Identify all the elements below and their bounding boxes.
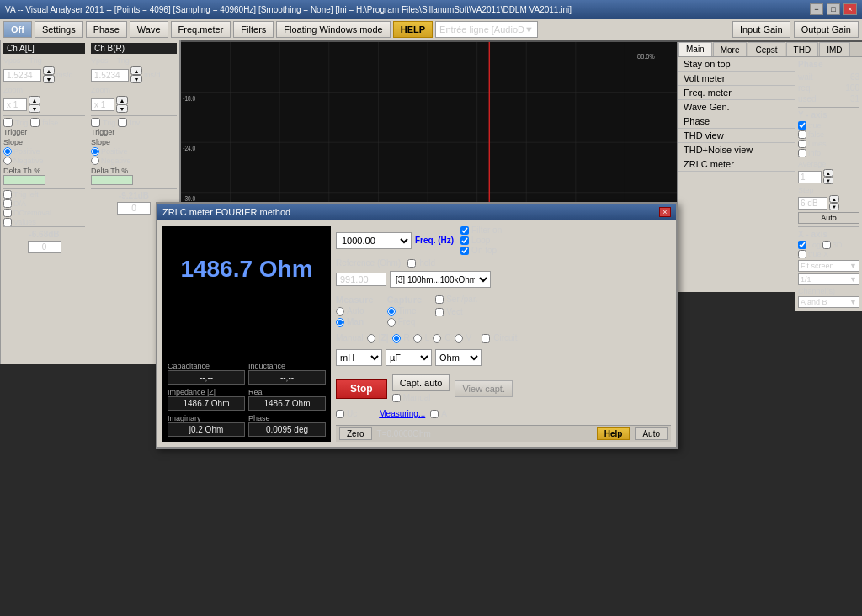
ser-par-check[interactable]: [435, 295, 444, 304]
tab-imd[interactable]: IMD: [819, 42, 849, 56]
ch-a-delay-input[interactable]: 1.5234: [3, 69, 41, 82]
capt-auto-button[interactable]: Capt. auto: [392, 374, 450, 391]
ch-a-inv-check[interactable]: [30, 118, 40, 127]
manual-r-radio[interactable]: [392, 334, 401, 343]
loop-check[interactable]: [460, 236, 469, 245]
impedance-value[interactable]: 1486.7 Ohm: [168, 396, 245, 411]
ch-a-negative-radio[interactable]: [3, 157, 12, 165]
average-value[interactable]: 1: [798, 171, 822, 183]
stop-button[interactable]: Stop: [336, 379, 387, 399]
average-up[interactable]: ▲: [823, 169, 833, 177]
ch-b-db-input[interactable]: 0: [117, 202, 151, 215]
freq-combo[interactable]: 1000.00: [336, 232, 412, 249]
fit-combo[interactable]: Fit screen ▼: [798, 260, 859, 272]
manual-capt-check[interactable]: [392, 394, 401, 402]
tab-more[interactable]: More: [713, 42, 748, 56]
uc-check[interactable]: [336, 410, 344, 418]
ref-combo[interactable]: [3] 100hm...100kOhm: [390, 271, 491, 288]
imaginary-value[interactable]: j0.2 Ohm: [168, 422, 245, 437]
capture-freq-radio[interactable]: [387, 318, 396, 327]
maximize-button[interactable]: □: [827, 3, 840, 15]
ch-a-positive-radio[interactable]: [3, 147, 12, 156]
measure-man-radio[interactable]: [336, 318, 344, 327]
step-down[interactable]: ▼: [829, 203, 839, 210]
measuring-link[interactable]: Measuring...: [379, 409, 425, 418]
ch-b-positive-radio[interactable]: [91, 147, 99, 156]
ch-b-delay-down[interactable]: ▼: [130, 75, 142, 83]
ch-a-trigleft-check[interactable]: [3, 190, 12, 199]
capacitance-value[interactable]: --,--: [168, 370, 245, 385]
real-value[interactable]: 1486.7 Ohm: [248, 396, 326, 411]
minimize-button[interactable]: −: [810, 3, 823, 15]
ch-b-zoom-input[interactable]: x 1: [91, 98, 114, 111]
ch-a-zoom-up[interactable]: ▲: [29, 96, 40, 104]
item-stay-on-top[interactable]: Stay on top: [678, 57, 795, 72]
y-lines-check[interactable]: [798, 140, 806, 148]
ch-a-trig-check[interactable]: [3, 118, 13, 127]
auto-small-button[interactable]: Auto: [635, 427, 668, 440]
tab-thd[interactable]: THD: [786, 42, 819, 56]
vect-check[interactable]: [435, 308, 444, 316]
wave-button[interactable]: Wave: [130, 21, 168, 38]
filter-on-check[interactable]: [460, 226, 469, 235]
input-gain-button[interactable]: Input Gain: [732, 21, 790, 38]
manual-iz-radio[interactable]: [367, 334, 375, 343]
on-top-check[interactable]: [460, 247, 469, 255]
inductance-value[interactable]: --,--: [248, 370, 326, 385]
zrlc-close-button[interactable]: ×: [659, 207, 671, 217]
ch-b-negative-radio[interactable]: [91, 157, 99, 165]
ch-b-inv-check[interactable]: [118, 118, 127, 127]
ch-a-da-check[interactable]: [3, 199, 12, 208]
ch-b-zoom-up[interactable]: ▲: [116, 96, 128, 104]
item-volt-meter[interactable]: Volt meter: [678, 72, 795, 86]
input-combo[interactable]: Entrée ligne [AudioD ▼: [435, 21, 538, 38]
a-check[interactable]: [430, 410, 439, 418]
item-thd-noise-view[interactable]: THD+Noise view: [678, 143, 795, 157]
floating-button[interactable]: Floating Windows mode: [276, 21, 390, 38]
ch-b-zoom-down[interactable]: ▼: [116, 104, 128, 113]
reference-input[interactable]: 991.00: [336, 273, 386, 286]
manual-c-radio[interactable]: [433, 334, 441, 343]
y-log-check[interactable]: [798, 121, 806, 130]
channel-combo[interactable]: A and B ▼: [798, 296, 859, 308]
ch-b-delay-input[interactable]: 1.5234: [91, 69, 129, 82]
tab-cepst[interactable]: Cepst: [748, 42, 785, 56]
item-phase[interactable]: Phase: [678, 114, 795, 129]
output-gain-button[interactable]: Output Gain: [794, 21, 859, 38]
ch-a-zoom-input[interactable]: x 1: [3, 98, 27, 111]
close-button[interactable]: ×: [843, 3, 857, 15]
y-hold-check[interactable]: [798, 130, 806, 139]
x-truex-check[interactable]: [798, 250, 806, 258]
hold-check[interactable]: [407, 259, 416, 268]
ch-a-delay-up[interactable]: ▲: [43, 66, 55, 75]
ch-a-values-check[interactable]: [3, 218, 12, 226]
uf-combo[interactable]: µF: [386, 349, 432, 366]
freqmeter-button[interactable]: Freq.meter: [171, 21, 231, 38]
ch-a-delay-down[interactable]: ▼: [43, 75, 55, 83]
item-wave-gen[interactable]: Wave Gen.: [678, 100, 795, 114]
x-3d-check[interactable]: [822, 241, 831, 249]
phase-button[interactable]: Phase: [86, 21, 127, 38]
ch-b-delay-up[interactable]: ▲: [130, 66, 142, 75]
zero-button[interactable]: Zero: [339, 427, 372, 440]
item-thd-view[interactable]: THD view: [678, 129, 795, 143]
phase-value[interactable]: 0.0095 deg: [248, 422, 326, 437]
ch-b-trig-check[interactable]: [91, 118, 100, 127]
ohm-combo[interactable]: Ohm: [435, 349, 482, 366]
ch-a-zoom-down[interactable]: ▼: [29, 104, 40, 113]
item-zrlc-meter[interactable]: ZRLC meter: [678, 157, 795, 172]
manual-l-radio[interactable]: [413, 334, 422, 343]
tab-main[interactable]: Main: [678, 42, 712, 56]
help-small-button[interactable]: Help: [597, 427, 631, 440]
y-auto-button[interactable]: Auto: [798, 212, 859, 224]
step-up[interactable]: ▲: [829, 195, 839, 203]
mh-combo[interactable]: mH: [336, 349, 382, 366]
ch-a-db-input[interactable]: 0: [28, 241, 61, 253]
ratio-combo[interactable]: 1/1 ▼: [798, 273, 859, 285]
circuit-check[interactable]: [482, 334, 490, 343]
item-freq-meter[interactable]: Freq. meter: [678, 86, 795, 100]
step-combo[interactable]: 6 dB: [798, 197, 827, 210]
x-log-check[interactable]: [798, 241, 806, 249]
off-button[interactable]: Off: [3, 21, 32, 38]
view-capt-button[interactable]: View capt.: [455, 380, 513, 397]
